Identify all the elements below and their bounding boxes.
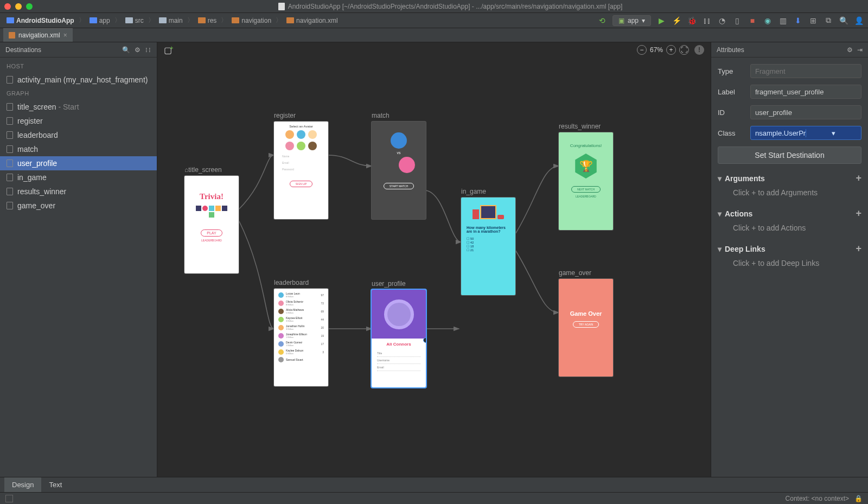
sync-icon[interactable]: ⟲ bbox=[597, 16, 607, 25]
minimize-window-button[interactable] bbox=[15, 3, 22, 10]
dest-item-user_profile[interactable]: user_profile bbox=[0, 156, 157, 170]
context-label[interactable]: Context: <no context> bbox=[786, 495, 849, 502]
device-icon[interactable]: ▯ bbox=[732, 16, 742, 25]
fragment-icon bbox=[7, 188, 13, 195]
apply-changes-icon[interactable]: ⚡ bbox=[672, 16, 681, 25]
crumb-file[interactable]: navigation.xml bbox=[284, 16, 340, 25]
profiler-icon[interactable]: ⫿⫿ bbox=[702, 16, 712, 25]
close-tab-icon[interactable]: × bbox=[63, 31, 67, 39]
leaderboard-row: Lucas Leon8 Billion97 bbox=[276, 291, 326, 299]
chevron-down-icon: ▾ bbox=[806, 129, 861, 137]
class-select[interactable]: nsample.UserProfile ▾ bbox=[750, 126, 861, 140]
text-tab[interactable]: Text bbox=[41, 477, 69, 492]
dest-item-leaderboard[interactable]: leaderboard bbox=[0, 128, 157, 142]
leaderboard-row: Devin Gomez1 Billion17 bbox=[276, 340, 326, 348]
editor-tabs: navigation.xml × bbox=[0, 28, 868, 42]
attr-id-row: ID bbox=[711, 102, 868, 123]
search-icon[interactable]: 🔍 bbox=[122, 46, 130, 54]
crumb-res[interactable]: res bbox=[196, 16, 219, 25]
attributes-panel: Attributes ⚙ ⇥ Type Label ID Class bbox=[711, 42, 868, 477]
lock-icon[interactable]: 🔒 bbox=[854, 495, 863, 502]
id-input[interactable] bbox=[750, 105, 861, 119]
search-everywhere-icon[interactable]: 🔍 bbox=[839, 16, 848, 25]
add-deeplink-button[interactable]: + bbox=[856, 243, 861, 254]
xml-icon bbox=[9, 32, 15, 39]
leaderboard-row: Kaylee Dalson0 Billion3 bbox=[276, 348, 326, 356]
attach-debugger-icon[interactable]: ◔ bbox=[717, 16, 727, 25]
dest-item-register[interactable]: register bbox=[0, 114, 157, 128]
crumb-project[interactable]: AndroidStudioApp bbox=[4, 16, 76, 25]
dest-item-game_over[interactable]: game_over bbox=[0, 199, 157, 213]
sort-icon[interactable]: ⫶⫶ bbox=[145, 46, 151, 54]
folder-icon bbox=[125, 17, 133, 23]
leaderboard-row: Olivia Schentz8 Billion72 bbox=[276, 299, 326, 307]
dest-item-results_winner[interactable]: results_winner bbox=[0, 184, 157, 199]
debug-button[interactable]: 🐞 bbox=[687, 16, 697, 25]
node-register[interactable]: register Select an Avatar Name Email bbox=[274, 112, 328, 219]
zoom-out-icon[interactable]: − bbox=[637, 45, 647, 55]
node-results-winner[interactable]: results_winner Congratulations! 🏆 NEXT M… bbox=[559, 123, 613, 230]
run-config-selector[interactable]: ▣ app ▾ bbox=[612, 15, 651, 26]
tool-window-icon[interactable] bbox=[5, 495, 13, 502]
chevron-down-icon: ▾ bbox=[718, 245, 722, 253]
node-match[interactable]: match vs START MATCH bbox=[372, 112, 426, 219]
add-argument-button[interactable]: + bbox=[856, 173, 861, 184]
actions-hint: Click + to add Actions bbox=[718, 221, 861, 234]
avatar-icon[interactable]: 👤 bbox=[854, 16, 864, 25]
zoom-fit-icon[interactable]: ⛶ bbox=[679, 45, 689, 55]
editor-mode-tabs: Design Text bbox=[0, 477, 868, 492]
maximize-window-button[interactable] bbox=[26, 3, 33, 10]
crumb-app[interactable]: app bbox=[87, 16, 112, 25]
dest-item-in_game[interactable]: in_game bbox=[0, 170, 157, 184]
action-handle[interactable] bbox=[423, 337, 426, 343]
crumb-src[interactable]: src bbox=[123, 16, 146, 25]
dest-item-title_screen[interactable]: title_screen - Start bbox=[0, 100, 157, 114]
node-leaderboard[interactable]: leaderboard Lucas Leon8 Billion97Olivia … bbox=[274, 279, 328, 386]
host-item[interactable]: activity_main (my_nav_host_fragment) bbox=[0, 73, 157, 87]
crumb-main[interactable]: main bbox=[157, 16, 185, 25]
add-action-button[interactable]: + bbox=[856, 208, 861, 219]
gear-icon[interactable]: ⚙ bbox=[135, 46, 141, 54]
set-start-destination-button[interactable]: Set Start Destination bbox=[718, 146, 861, 164]
destinations-header: Destinations 🔍 ⚙ ⫶⫶ bbox=[0, 42, 157, 58]
dest-item-match[interactable]: match bbox=[0, 142, 157, 156]
fragment-icon bbox=[7, 160, 13, 167]
run-button[interactable]: ▶ bbox=[656, 16, 666, 25]
label-input[interactable] bbox=[750, 85, 861, 99]
node-game-over[interactable]: game_over Game Over TRY AGAIN bbox=[559, 269, 613, 377]
window-title: AndroidStudioApp [~/AndroidStudioProject… bbox=[37, 3, 864, 10]
collapse-icon[interactable]: ⇥ bbox=[857, 46, 863, 54]
layout-inspector-icon[interactable]: ◉ bbox=[763, 16, 773, 25]
leaderboard-row: Alicia Mathews5 Billion69 bbox=[276, 307, 326, 315]
sdk-manager-icon[interactable]: ⬇ bbox=[793, 16, 803, 25]
canvas-toolbar: ▢+ − 67% + ⛶ ! bbox=[157, 42, 711, 58]
deeplinks-hint: Click + to add Deep Links bbox=[718, 257, 861, 270]
stop-button[interactable]: ■ bbox=[748, 16, 757, 25]
destinations-title: Destinations bbox=[5, 46, 41, 54]
canvas-surface[interactable]: ⌂title_screen Trivia! PLAY LEADERBOARD r… bbox=[157, 58, 711, 477]
android-icon: ▣ bbox=[618, 17, 624, 24]
type-input[interactable] bbox=[750, 64, 861, 78]
design-tab[interactable]: Design bbox=[4, 477, 41, 492]
main-content: Destinations 🔍 ⚙ ⫶⫶ HOST activity_main (… bbox=[0, 42, 868, 477]
zoom-in-icon[interactable]: + bbox=[666, 45, 676, 55]
toolbar-actions: ⟲ ▣ app ▾ ▶ ⚡ 🐞 ⫿⫿ ◔ ▯ ■ ◉ ▥ ⬇ ⊞ ⧉ 🔍 👤 bbox=[597, 15, 864, 26]
fragment-icon bbox=[7, 145, 13, 153]
gear-icon[interactable]: ⚙ bbox=[847, 46, 853, 54]
node-title-screen[interactable]: ⌂title_screen Trivia! PLAY LEADERBOARD bbox=[184, 166, 239, 273]
tab-navigation-xml[interactable]: navigation.xml × bbox=[3, 28, 73, 42]
file-icon bbox=[278, 3, 285, 10]
attributes-title: Attributes bbox=[717, 46, 744, 54]
warnings-icon[interactable]: ! bbox=[694, 45, 704, 55]
fragment-icon bbox=[7, 117, 13, 125]
attr-type-row: Type bbox=[711, 61, 868, 81]
avd-manager-icon[interactable]: ▥ bbox=[778, 16, 788, 25]
nav-canvas[interactable]: ▢+ − 67% + ⛶ ! bbox=[157, 42, 711, 477]
crumb-navigation[interactable]: navigation bbox=[229, 16, 273, 25]
add-destination-icon[interactable]: ▢+ bbox=[164, 45, 175, 55]
node-in-game[interactable]: in_game How many kilometers are in a mar… bbox=[461, 188, 515, 295]
close-window-button[interactable] bbox=[4, 3, 11, 10]
structure-icon[interactable]: ⧉ bbox=[824, 16, 833, 25]
layout-icon[interactable]: ⊞ bbox=[808, 16, 818, 25]
node-user-profile[interactable]: user_profile Ali Connors Title Username … bbox=[372, 280, 426, 387]
